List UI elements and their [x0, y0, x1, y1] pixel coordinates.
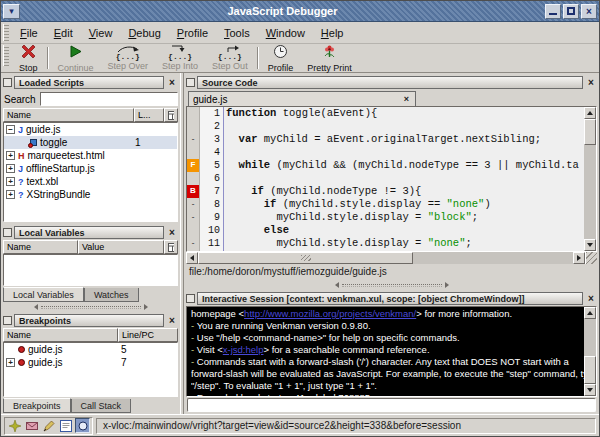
profile-button[interactable]: Profile: [261, 45, 301, 71]
float-panel-button[interactable]: [186, 78, 195, 87]
breakpoint-margin[interactable]: -: [187, 237, 200, 250]
line-number[interactable]: 9: [200, 211, 224, 224]
line-number[interactable]: 5: [200, 159, 224, 172]
menu-debug[interactable]: Debug: [120, 25, 168, 41]
table-row[interactable]: −Jguide.js: [4, 123, 177, 136]
step-into-button[interactable]: {...} Step Into: [155, 45, 205, 71]
tab-call-stack[interactable]: Call Stack: [71, 399, 132, 413]
line-number[interactable]: 11: [200, 237, 224, 250]
menu-tools[interactable]: Tools: [216, 25, 258, 41]
menubar-grippy[interactable]: [3, 24, 9, 41]
breakpoint-margin[interactable]: -: [187, 211, 200, 224]
float-panel-button[interactable]: [186, 294, 195, 303]
table-row[interactable]: −guide.js5: [4, 343, 177, 356]
console-input[interactable]: [187, 398, 596, 412]
close-button[interactable]: ×: [581, 4, 597, 19]
scroll-left-button[interactable]: [186, 252, 198, 264]
line-number[interactable]: 1: [200, 107, 224, 120]
line-number[interactable]: 6: [200, 172, 224, 185]
mail-icon[interactable]: [24, 418, 39, 433]
scrollbar-track[interactable]: [584, 145, 596, 239]
column-picker-icon[interactable]: [164, 108, 178, 122]
addressbook-icon[interactable]: [58, 418, 73, 433]
maximize-button[interactable]: [563, 4, 579, 19]
table-row[interactable]: +?XStringBundle: [4, 188, 177, 201]
step-over-button[interactable]: {...} Step Over: [101, 45, 156, 71]
continue-button[interactable]: Continue: [51, 45, 101, 71]
menu-view[interactable]: View: [81, 25, 121, 41]
composer-icon[interactable]: [41, 418, 56, 433]
close-panel-button[interactable]: ×: [166, 77, 178, 88]
breakpoint-margin[interactable]: [187, 120, 200, 133]
table-row[interactable]: +Hmarqueetest.html: [4, 149, 177, 162]
column-header-line[interactable]: L...: [134, 108, 164, 122]
table-row[interactable]: +JofflineStartup.js: [4, 162, 177, 175]
scrollbar-thumb[interactable]: [198, 252, 413, 264]
table-row[interactable]: +?text.xbl: [4, 175, 177, 188]
breakpoint-marker[interactable]: B: [187, 185, 200, 198]
column-header-name[interactable]: Name: [3, 108, 134, 122]
source-vertical-scrollbar[interactable]: [584, 107, 596, 251]
line-number[interactable]: 10: [200, 224, 224, 237]
menu-help[interactable]: Help: [313, 25, 352, 41]
breakpoint-margin[interactable]: -: [187, 133, 200, 146]
window-menu-button[interactable]: ▾: [3, 4, 20, 19]
float-panel-button[interactable]: [3, 316, 12, 325]
horizontal-splitter[interactable]: [1, 303, 180, 311]
line-number[interactable]: 8: [200, 198, 224, 211]
column-header-linepc[interactable]: Line/PC: [118, 328, 178, 342]
breakpoint-margin[interactable]: [187, 224, 200, 237]
tab-watches[interactable]: Watches: [84, 288, 139, 302]
breakpoint-margin[interactable]: [187, 146, 200, 159]
scrollbar-thumb[interactable]: [584, 119, 596, 145]
stop-button[interactable]: Stop: [12, 45, 45, 71]
menu-profile[interactable]: Profile: [169, 25, 216, 41]
search-input[interactable]: [40, 92, 178, 106]
line-number[interactable]: 4: [200, 146, 224, 159]
resize-grip[interactable]: [585, 252, 597, 264]
table-row[interactable]: +guide.js7: [4, 356, 177, 369]
line-number[interactable]: 7: [200, 185, 224, 198]
pretty-print-button[interactable]: Pretty Print: [300, 45, 359, 71]
line-number[interactable]: 2: [200, 120, 224, 133]
breakpoint-margin[interactable]: [187, 250, 200, 251]
scroll-down-button[interactable]: [584, 384, 596, 396]
scroll-up-button[interactable]: [584, 307, 596, 319]
column-header-name[interactable]: Name: [3, 328, 118, 342]
scrollbar-thumb[interactable]: [584, 356, 596, 384]
scrollbar-track[interactable]: [584, 319, 596, 356]
console-vertical-scrollbar[interactable]: [584, 307, 596, 396]
navigator-icon[interactable]: [7, 418, 22, 433]
scrollbar-track[interactable]: [413, 252, 573, 264]
source-horizontal-scrollbar[interactable]: [186, 252, 597, 264]
column-picker-icon[interactable]: [164, 240, 178, 254]
minimize-button[interactable]: [545, 4, 561, 19]
close-panel-button[interactable]: ×: [585, 77, 597, 88]
future-breakpoint-marker[interactable]: F: [187, 159, 200, 172]
column-header-name[interactable]: Name: [3, 240, 78, 254]
collapse-icon[interactable]: −: [6, 125, 15, 134]
tab-local-variables[interactable]: Local Variables: [3, 287, 84, 302]
step-out-button[interactable]: {...} Step Out: [205, 45, 255, 71]
column-header-value[interactable]: Value: [78, 240, 164, 254]
float-panel-button[interactable]: [3, 228, 12, 237]
menu-window[interactable]: Window: [258, 25, 313, 41]
expand-icon[interactable]: +: [6, 177, 15, 186]
console-link[interactable]: x-jsd:help: [223, 344, 264, 355]
menu-file[interactable]: File: [12, 25, 46, 41]
source-tab-guide-js[interactable]: guide.js ×: [188, 91, 416, 106]
menu-edit[interactable]: Edit: [46, 25, 81, 41]
breakpoint-margin[interactable]: [187, 107, 200, 120]
horizontal-splitter[interactable]: [184, 281, 599, 289]
breakpoint-margin[interactable]: -: [187, 198, 200, 211]
expand-icon[interactable]: +: [6, 164, 15, 173]
tab-breakpoints[interactable]: Breakpoints: [3, 398, 71, 413]
console-link[interactable]: http://www.mozilla.org/projects/venkman/: [244, 308, 416, 319]
line-number[interactable]: 3: [200, 133, 224, 146]
line-number[interactable]: 12: [200, 250, 224, 251]
close-tab-icon[interactable]: ×: [402, 94, 411, 104]
table-row[interactable]: −toggle1: [4, 136, 177, 149]
close-panel-button[interactable]: ×: [166, 315, 178, 326]
breakpoint-margin[interactable]: [187, 172, 200, 185]
expand-icon[interactable]: +: [6, 151, 15, 160]
